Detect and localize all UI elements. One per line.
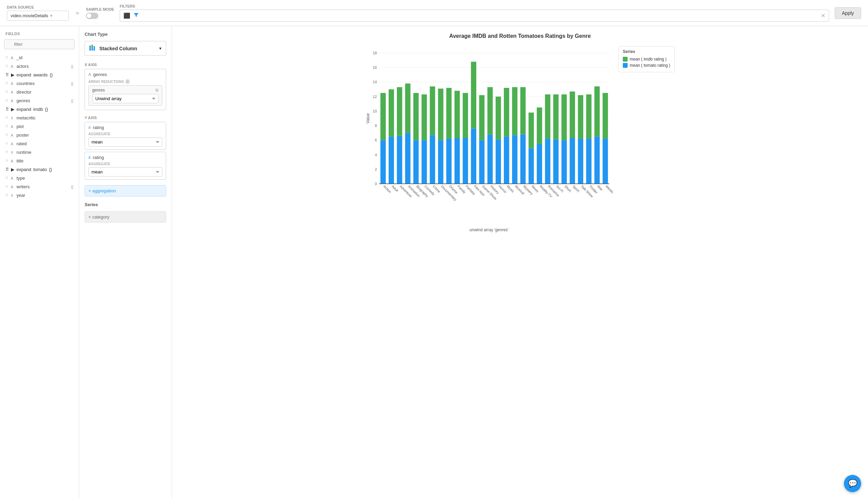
y-axis-2-field-name: rating [93, 155, 162, 160]
x-axis-field-row: A genres [88, 72, 162, 77]
filter-input-area[interactable] [133, 12, 818, 19]
svg-text:Western: Western [605, 184, 613, 196]
add-aggregation-button[interactable]: + aggregation [85, 185, 166, 197]
svg-rect-54 [455, 138, 460, 184]
fields-list: ⠿ A _id ⠿ A actors [] ⠿ ▶ expand awards … [0, 53, 79, 200]
svg-rect-52 [446, 88, 452, 139]
field-item-runtime[interactable]: ⠿ # runtime [0, 148, 79, 157]
drag-handle-icon: ⠿ [6, 150, 8, 154]
field-item-plot[interactable]: ⠿ A plot [0, 122, 79, 131]
field-type-indicator: A [10, 56, 14, 60]
copy-icon[interactable]: ⧉ [155, 88, 159, 93]
svg-rect-97 [570, 92, 575, 138]
svg-rect-51 [446, 139, 452, 184]
array-reduction-select[interactable]: Unwind array First Last Count Max Min [92, 94, 159, 103]
svg-text:Adult: Adult [391, 184, 399, 193]
chat-button[interactable]: 💬 [844, 475, 861, 492]
field-type-indicator: A [10, 159, 14, 163]
drag-handle-icon: ⠿ [6, 167, 9, 172]
svg-rect-46 [430, 86, 435, 135]
field-badge: {} [45, 107, 48, 112]
field-item-rated[interactable]: ⠿ A rated [0, 139, 79, 148]
svg-rect-39 [413, 140, 419, 184]
drag-handle-icon: ⠿ [6, 125, 8, 128]
svg-rect-93 [562, 140, 567, 184]
sample-mode-toggle[interactable] [86, 13, 98, 19]
chart-svg-wrap: 024681012141618ValueActionAdultAdventure… [365, 46, 613, 232]
x-axis-field-name: genres [93, 72, 162, 77]
field-item-genres[interactable]: ⠿ A genres [] [0, 96, 79, 105]
svg-rect-81 [529, 148, 534, 184]
svg-rect-64 [479, 95, 485, 140]
field-item-year[interactable]: ⠿ # year [0, 191, 79, 200]
svg-rect-109 [603, 93, 608, 139]
legend-item: mean ( tomato rating ) [623, 63, 670, 68]
svg-rect-60 [471, 129, 476, 184]
y-axis-2-aggregate-select[interactable]: meansumcountminmax [88, 167, 162, 177]
array-reduction-field-name: genres [92, 88, 105, 93]
field-name-label: metacritic [17, 115, 73, 120]
field-name-label: actors [17, 64, 69, 69]
divider-arrow: » [74, 9, 80, 17]
field-item-poster[interactable]: ⠿ A poster [0, 131, 79, 139]
filter-bar: ⬛ ✕ [120, 10, 829, 22]
field-item-actors[interactable]: ⠿ A actors [] [0, 62, 79, 71]
svg-text:4: 4 [375, 153, 377, 157]
svg-rect-99 [578, 139, 583, 184]
svg-rect-31 [389, 89, 394, 137]
svg-rect-27 [380, 140, 386, 184]
field-item-type[interactable]: ⠿ A type [0, 174, 79, 182]
field-item-imdb[interactable]: ⠿ ▶ expand imdb {} [0, 105, 79, 114]
svg-rect-88 [545, 94, 551, 139]
data-source-label: Data Source [7, 5, 69, 9]
field-item-tomato[interactable]: ⠿ ▶ expand tomato {} [0, 165, 79, 174]
svg-text:8: 8 [375, 124, 377, 128]
apply-button[interactable]: Apply [835, 7, 861, 19]
chart-type-dropdown[interactable]: Stacked Column ▾ [85, 41, 166, 56]
svg-text:Music: Music [506, 184, 515, 193]
field-item-awards[interactable]: ⠿ ▶ expand awards {} [0, 71, 79, 79]
svg-text:Horror: Horror [498, 184, 508, 194]
y-axis-1-field-row: # rating [88, 125, 162, 130]
svg-rect-70 [496, 97, 501, 140]
field-item-director[interactable]: ⠿ A director [0, 88, 79, 96]
field-item-metacritic[interactable]: ⠿ # metacritic [0, 114, 79, 122]
drag-handle-icon: ⠿ [6, 116, 8, 120]
add-category-button[interactable]: + category [85, 211, 166, 223]
array-reductions-label: ARRAY REDUCTIONS i [88, 79, 162, 84]
svg-rect-103 [586, 94, 592, 139]
field-item-writers[interactable]: ⠿ A writers [] [0, 182, 79, 191]
fields-filter-input[interactable] [4, 39, 75, 49]
svg-rect-30 [389, 137, 394, 184]
field-type-indicator: A [10, 142, 14, 146]
field-badge: [] [71, 185, 73, 189]
field-item-countries[interactable]: ⠿ A countries [] [0, 79, 79, 88]
svg-rect-108 [603, 139, 608, 184]
svg-text:Action: Action [383, 184, 392, 194]
data-source-dropdown[interactable]: video.movieDetails ▾ [7, 11, 69, 21]
y-axis-title: Y Axis [85, 116, 166, 120]
toggle-knob [87, 13, 91, 18]
field-item-title[interactable]: ⠿ A title [0, 157, 79, 165]
svg-text:18: 18 [373, 51, 377, 55]
svg-rect-28 [380, 93, 386, 140]
filters-section: Filters ⬛ ✕ [120, 4, 829, 22]
svg-text:2: 2 [375, 167, 377, 171]
drag-handle-icon: ⠿ [6, 64, 8, 68]
field-name-label: poster [17, 132, 73, 138]
svg-rect-102 [586, 139, 592, 184]
array-reduction-box: genres ⧉ Unwind array First Last Count M… [88, 85, 162, 106]
field-name-label: _id [17, 55, 73, 60]
x-axis-label: unwind array 'genres' [365, 227, 613, 232]
clear-filter-icon[interactable]: ✕ [821, 12, 825, 19]
svg-rect-5 [94, 46, 95, 47]
field-item-_id[interactable]: ⠿ A _id [0, 53, 79, 62]
legend-color-swatch [623, 63, 628, 68]
svg-text:War: War [597, 184, 604, 192]
y-axis-2-aggregate-label: AGGREGATE [88, 162, 162, 166]
filter-input-wrap: 🔍 [0, 39, 79, 53]
svg-rect-100 [578, 95, 583, 139]
svg-rect-2 [91, 46, 93, 51]
y-axis-1-aggregate-select[interactable]: meansumcountminmax [88, 137, 162, 147]
svg-rect-43 [422, 94, 427, 140]
